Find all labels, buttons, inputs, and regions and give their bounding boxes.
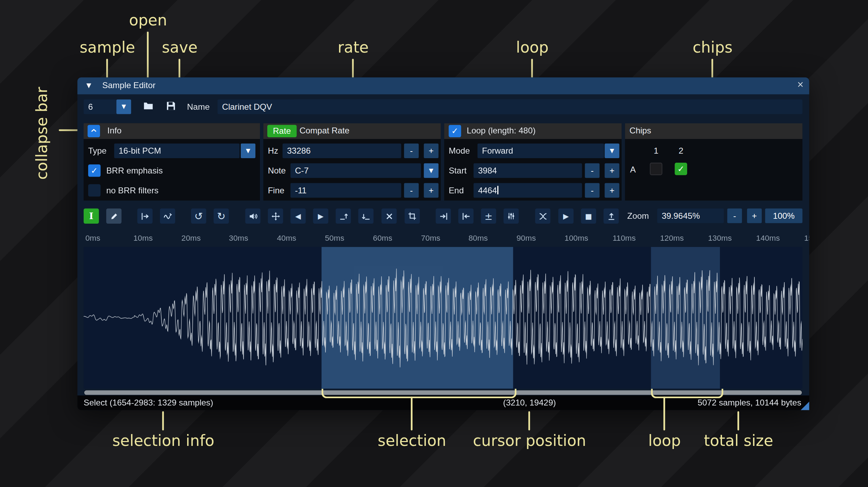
speaker-icon [248, 211, 258, 221]
cursor-position-text: (3210, 19429) [467, 398, 592, 408]
sample-dropdown-button[interactable]: ▼ [116, 99, 131, 114]
zoom-in-button[interactable]: + [747, 208, 762, 223]
waveform-scrollbar[interactable] [84, 390, 802, 395]
loop-mode-dropdown-button[interactable]: ▼ [605, 144, 619, 158]
delete-button[interactable] [382, 208, 397, 224]
type-select[interactable]: 16-bit PCM [114, 144, 240, 158]
draw-tool-button[interactable] [106, 208, 122, 224]
filter-sliders-icon [507, 212, 515, 220]
zoom-out-button[interactable]: - [727, 208, 742, 223]
loop-start-minus-button[interactable]: - [585, 163, 599, 178]
rate-button[interactable]: Rate [267, 125, 297, 137]
resample-button[interactable] [160, 208, 175, 224]
crossfade-button[interactable] [535, 208, 551, 224]
timeline-label: 130ms [708, 233, 732, 242]
filter-button[interactable] [504, 208, 519, 224]
annotation-cursor-position: cursor position [473, 432, 586, 449]
stop-icon: ■ [585, 212, 592, 220]
loop-mode-select[interactable]: Forward [477, 144, 604, 158]
chips-panel: Chips 1 2 A ✓ [625, 123, 802, 201]
no-brr-filters-label: no BRR filters [106, 183, 159, 198]
info-panel: Info Type 16-bit PCM ▼ ✓ BRR emphasis no… [84, 123, 260, 201]
redo-button[interactable]: ↻ [214, 208, 229, 224]
type-dropdown-button[interactable]: ▼ [241, 144, 255, 158]
fine-field[interactable]: -11 [291, 183, 401, 198]
loop-start-plus-button[interactable]: + [605, 163, 619, 178]
triangle-right-icon: ▶ [318, 212, 323, 220]
fine-minus-button[interactable]: - [404, 183, 419, 198]
zoom-field[interactable]: 39.9645% [657, 208, 724, 223]
play-icon: ▶ [563, 212, 569, 220]
invert-button[interactable]: ▶ [313, 208, 328, 224]
total-size-text: 5072 samples, 10144 bytes [698, 398, 801, 408]
open-button[interactable] [141, 99, 155, 114]
sign-toggle-button[interactable]: ± [481, 208, 496, 224]
resize-grip[interactable] [801, 402, 809, 410]
timeline-ruler: 0ms 10ms 20ms 30ms 40ms 50ms 60ms 70ms 8… [84, 232, 809, 245]
timeline-label: 140ms [756, 233, 780, 242]
fine-plus-button[interactable]: + [424, 183, 438, 198]
fade-in-button[interactable] [336, 208, 351, 224]
pencil-icon [109, 211, 118, 221]
loop-enable-checkbox[interactable]: ✓ [449, 125, 461, 137]
type-row: Type 16-bit PCM ▼ [84, 144, 260, 158]
chip-column-1: 1 [650, 146, 662, 155]
save-button[interactable] [163, 99, 178, 114]
zoom-reset-button[interactable]: 100% [765, 208, 802, 223]
brr-emphasis-row: ✓ BRR emphasis [84, 163, 260, 178]
normalize-button[interactable] [268, 208, 283, 224]
brr-emphasis-checkbox[interactable]: ✓ [88, 164, 101, 177]
timeline-label: 120ms [660, 233, 684, 242]
loop-start-field[interactable]: 3984 [474, 163, 582, 178]
undo-button[interactable]: ↺ [191, 208, 206, 224]
waveform-canvas[interactable] [84, 247, 802, 389]
window-titlebar[interactable]: ▼ Sample Editor × [77, 77, 809, 94]
close-icon[interactable]: × [797, 78, 804, 91]
create-wavetable-button[interactable] [604, 208, 619, 224]
screenshot-root: sample open save rate loop chips collaps… [0, 0, 868, 487]
fade-in-icon [339, 211, 348, 221]
crop-icon [408, 212, 416, 220]
sample-number-field[interactable]: 6 [84, 99, 116, 114]
waveform-view[interactable] [84, 247, 802, 389]
timeline-label: 10ms [133, 233, 153, 242]
loop-start-row: Start 3984 - + [444, 163, 622, 178]
select-tool-button[interactable]: I [84, 208, 99, 224]
name-field[interactable]: Clarinet DQV [217, 99, 802, 114]
resize-button[interactable] [137, 208, 153, 224]
chip-1-checkbox[interactable] [650, 163, 662, 175]
loop-end-plus-button[interactable]: + [605, 183, 619, 198]
note-dropdown-button[interactable]: ▼ [424, 163, 438, 178]
window-collapse-icon[interactable]: ▼ [86, 82, 91, 89]
trim-button[interactable] [405, 208, 420, 224]
annotation-chips: chips [693, 38, 733, 56]
reverse-button[interactable]: ◀ [291, 208, 306, 224]
rate-panel-title: Compat Rate [300, 125, 349, 135]
loop-start-label: Start [449, 163, 467, 178]
hz-plus-button[interactable]: + [424, 144, 438, 158]
annotation-sample: sample [80, 38, 135, 56]
hz-field[interactable]: 33286 [283, 144, 401, 158]
collapse-bar-button[interactable] [87, 125, 100, 137]
apply-silence-button[interactable] [458, 208, 474, 224]
annotation-loop-top: loop [516, 38, 549, 56]
amplify-button[interactable] [245, 208, 261, 224]
stop-preview-button[interactable]: ■ [581, 208, 596, 224]
loop-end-field[interactable]: 4464 [474, 183, 582, 198]
window-title: Sample Editor [102, 80, 156, 90]
scrollbar-thumb[interactable] [84, 391, 802, 395]
chip-2-checkbox[interactable]: ✓ [675, 163, 687, 175]
loop-end-minus-button[interactable]: - [585, 183, 599, 198]
insert-silence-button[interactable] [436, 208, 451, 224]
fade-out-button[interactable] [358, 208, 374, 224]
loop-panel: ✓ Loop (length: 480) Mode Forward ▼ Star… [444, 123, 622, 201]
rate-panel: Rate Compat Rate Hz 33286 - + Note C-7 ▼… [263, 123, 441, 201]
select-cursor-icon: I [89, 211, 93, 222]
timeline-label: 50ms [325, 233, 344, 242]
timeline-label: 40ms [277, 233, 297, 242]
annotation-open: open [129, 11, 167, 29]
note-field[interactable]: C-7 [291, 163, 421, 178]
preview-button[interactable]: ▶ [558, 208, 574, 224]
no-brr-filters-checkbox[interactable] [88, 184, 101, 197]
hz-minus-button[interactable]: - [404, 144, 419, 158]
